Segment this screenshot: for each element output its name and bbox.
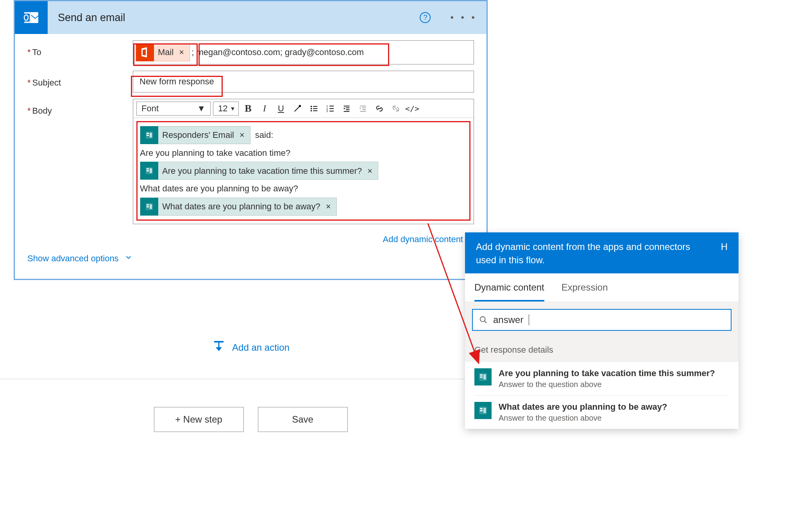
svg-point-5	[311, 105, 312, 107]
flyout-item-title: Are you planning to take vacation time t…	[499, 368, 715, 378]
subject-input[interactable]: New form response	[133, 71, 474, 93]
svg-rect-38	[214, 341, 224, 343]
token-remove[interactable]: ×	[238, 128, 246, 142]
underline-button[interactable]: U	[274, 102, 288, 116]
svg-rect-44	[480, 377, 483, 378]
flyout-item-text: What dates are you planning to be away? …	[499, 402, 667, 423]
svg-line-41	[485, 321, 487, 323]
forms-icon	[140, 162, 158, 180]
flyout-search[interactable]: answer	[472, 309, 732, 331]
svg-line-25	[393, 105, 399, 111]
dynamic-item-1[interactable]: What dates are you planning to be away? …	[465, 396, 739, 429]
search-icon	[479, 316, 488, 324]
flyout-header-text: Add dynamic content from the apps and co…	[476, 240, 710, 266]
subject-label: *Subject	[27, 71, 133, 88]
svg-rect-16	[329, 111, 334, 111]
subject-row: *Subject New form response	[27, 71, 474, 93]
svg-point-4	[299, 105, 301, 107]
token-remove[interactable]: ×	[366, 164, 374, 178]
outdent-button[interactable]	[340, 102, 354, 116]
dynamic-content-flyout: Add dynamic content from the apps and co…	[465, 232, 739, 429]
divider	[0, 379, 469, 379]
flyout-item-text: Are you planning to take vacation time t…	[499, 368, 715, 389]
forms-icon	[474, 368, 492, 385]
svg-rect-32	[147, 170, 149, 171]
svg-rect-43	[480, 375, 483, 376]
font-select[interactable]: Font▼	[136, 102, 211, 116]
unlink-button[interactable]	[389, 102, 403, 116]
flyout-item-sub: Answer to the question above	[499, 414, 667, 423]
q2-token[interactable]: What dates are you planning to be away? …	[140, 198, 337, 216]
svg-rect-45	[483, 375, 486, 380]
svg-rect-10	[313, 110, 317, 111]
editor-toolbar: Font▼ 12▼ B I U 123 </>	[133, 99, 474, 118]
more-icon[interactable]: • • •	[450, 12, 477, 23]
button-row: + New step Save	[14, 407, 488, 432]
svg-rect-24	[360, 111, 366, 112]
mail-chip-remove[interactable]: ×	[177, 47, 186, 57]
svg-rect-33	[150, 168, 152, 173]
svg-rect-36	[147, 206, 149, 207]
new-step-button[interactable]: + New step	[154, 407, 244, 432]
size-select[interactable]: 12▼	[213, 102, 239, 116]
svg-rect-48	[480, 410, 483, 411]
token-remove[interactable]: ×	[324, 199, 333, 214]
help-icon[interactable]: ?	[420, 12, 431, 23]
body-highlight-box: Responders' Email × said: Are you planni…	[136, 121, 470, 221]
svg-rect-18	[346, 107, 349, 108]
flyout-header: Add dynamic content from the apps and co…	[465, 233, 739, 273]
body-label: *Body	[27, 99, 133, 116]
svg-rect-17	[344, 105, 350, 106]
add-action-button[interactable]: Add an action	[14, 328, 488, 367]
svg-rect-14	[329, 108, 334, 109]
card-title: Send an email	[55, 12, 412, 24]
outlook-icon	[15, 1, 48, 34]
svg-rect-21	[360, 105, 366, 106]
code-view-button[interactable]: </>	[405, 102, 419, 116]
chevron-down-icon	[124, 253, 133, 264]
to-label: *To	[27, 40, 133, 57]
svg-rect-23	[362, 109, 366, 110]
svg-point-7	[311, 108, 312, 109]
to-row: *To Mail × ; megan@contoso.com; grady@co…	[27, 40, 474, 64]
responders-email-token[interactable]: Responders' Email ×	[140, 126, 250, 144]
flyout-section-title: Get response details	[465, 338, 739, 362]
color-button[interactable]	[290, 102, 304, 116]
svg-rect-6	[313, 106, 317, 107]
q1-token[interactable]: Are you planning to take vacation time t…	[140, 162, 378, 180]
number-list-button[interactable]: 123	[323, 102, 337, 116]
svg-rect-12	[329, 105, 334, 106]
add-dynamic-content-link[interactable]: Add dynamic content	[27, 230, 474, 246]
bullet-list-button[interactable]	[307, 102, 321, 116]
mail-chip[interactable]: Mail ×	[136, 43, 190, 61]
link-button[interactable]	[372, 102, 386, 116]
flyout-tabs: Dynamic content Expression	[465, 273, 739, 302]
to-input[interactable]: Mail × ; megan@contoso.com; grady@contos…	[133, 40, 474, 64]
svg-rect-31	[147, 168, 149, 170]
italic-button[interactable]: I	[258, 102, 272, 116]
flyout-hide-button[interactable]: H	[721, 240, 728, 253]
tab-expression[interactable]: Expression	[562, 273, 608, 302]
svg-rect-29	[150, 133, 152, 137]
forms-icon	[140, 198, 158, 216]
bold-button[interactable]: B	[241, 102, 255, 116]
svg-rect-35	[147, 204, 149, 205]
editor-area[interactable]: Responders' Email × said: Are you planni…	[133, 118, 474, 224]
svg-rect-20	[344, 111, 350, 112]
to-text: ; megan@contoso.com; grady@contoso.com	[191, 47, 364, 57]
svg-rect-49	[483, 408, 486, 413]
forms-icon	[140, 126, 158, 144]
tab-dynamic-content[interactable]: Dynamic content	[474, 273, 544, 302]
office-icon	[136, 43, 154, 61]
indent-button[interactable]	[356, 102, 370, 116]
save-button[interactable]: Save	[258, 407, 348, 432]
card-body: *To Mail × ; megan@contoso.com; grady@co…	[15, 34, 486, 279]
body-q1-text: Are you planning to take vacation time?	[140, 146, 467, 160]
dynamic-item-0[interactable]: Are you planning to take vacation time t…	[465, 362, 739, 395]
send-email-card: Send an email ? • • • *To Mail × ; megan…	[14, 0, 488, 280]
add-action-label: Add an action	[232, 342, 290, 353]
svg-text:3: 3	[326, 109, 328, 113]
show-advanced-options[interactable]: Show advanced options	[27, 246, 474, 275]
add-action-icon	[212, 339, 226, 356]
svg-rect-8	[313, 108, 317, 109]
